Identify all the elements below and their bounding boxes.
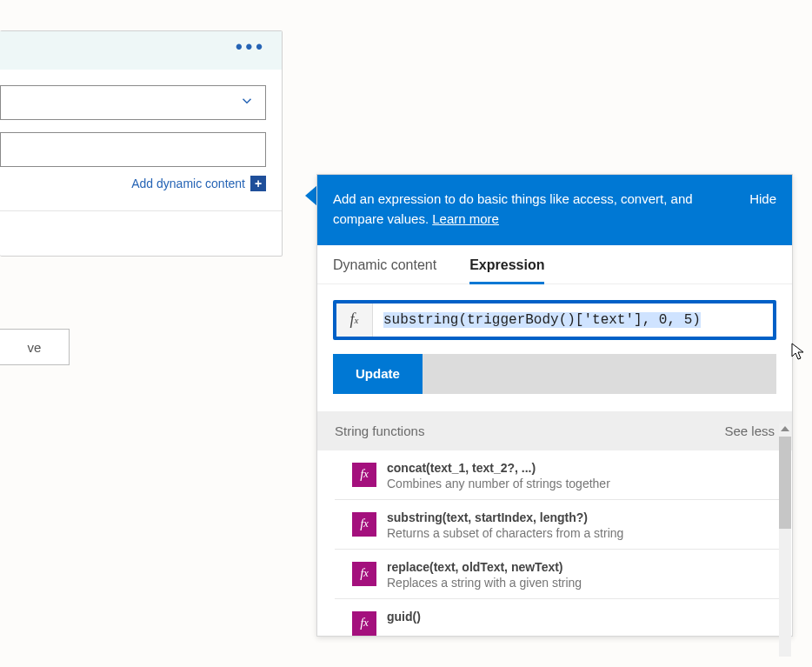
see-less-link[interactable]: See less xyxy=(724,424,775,438)
fx-badge-icon: fx xyxy=(352,463,376,487)
function-text: guid() xyxy=(387,610,766,624)
scrollbar-thumb[interactable] xyxy=(779,437,791,529)
function-text: replace(text, oldText, newText) Replaces… xyxy=(387,560,766,590)
function-description: Returns a subset of characters from a st… xyxy=(387,526,766,540)
mouse-cursor-icon xyxy=(791,343,807,362)
add-dynamic-content-link[interactable]: Add dynamic content + xyxy=(0,176,266,191)
update-button[interactable]: Update xyxy=(333,354,423,394)
function-item[interactable]: fx replace(text, oldText, newText) Repla… xyxy=(335,550,783,599)
popover-header-text: Add an expression to do basic things lik… xyxy=(333,189,734,230)
popover-header-text-label: Add an expression to do basic things lik… xyxy=(333,191,693,226)
update-bar: Update xyxy=(333,354,776,394)
fx-icon: fx xyxy=(336,303,373,337)
expression-area: fx substring(triggerBody()['text'], 0, 5… xyxy=(317,284,792,411)
function-item[interactable]: fx guid() xyxy=(335,599,783,636)
expression-input-wrap: fx substring(triggerBody()['text'], 0, 5… xyxy=(333,300,776,340)
card-body: Add dynamic content + xyxy=(0,70,282,210)
chevron-down-icon xyxy=(239,93,255,112)
tab-expression[interactable]: Expression xyxy=(469,257,544,283)
add-dynamic-content-label: Add dynamic content xyxy=(131,177,245,190)
popover-header: Add an expression to do basic things lik… xyxy=(317,175,792,245)
expression-input[interactable]: substring(triggerBody()['text'], 0, 5) xyxy=(373,303,773,337)
function-signature: substring(text, startIndex, length?) xyxy=(387,510,766,524)
expression-popover: Add an expression to do basic things lik… xyxy=(316,174,793,637)
card-header: ••• xyxy=(0,31,282,70)
text-input-field[interactable] xyxy=(0,132,266,167)
fx-badge-icon: fx xyxy=(352,512,376,537)
function-text: concat(text_1, text_2?, ...) Combines an… xyxy=(387,461,766,490)
hide-button[interactable]: Hide xyxy=(749,189,776,209)
functions-list: fx concat(text_1, text_2?, ...) Combines… xyxy=(317,450,792,636)
function-description: Combines any number of strings together xyxy=(387,477,766,490)
plus-icon: + xyxy=(250,176,266,191)
function-item[interactable]: fx concat(text_1, text_2?, ...) Combines… xyxy=(335,450,783,500)
save-button[interactable]: ve xyxy=(0,329,70,365)
popover-caret-icon xyxy=(305,185,317,206)
function-signature: guid() xyxy=(387,610,766,624)
function-text: substring(text, startIndex, length?) Ret… xyxy=(387,510,766,540)
fx-badge-icon: fx xyxy=(352,562,376,586)
function-item[interactable]: fx substring(text, startIndex, length?) … xyxy=(335,500,783,550)
function-description: Replaces a string with a given string xyxy=(387,576,766,590)
functions-section-header: String functions See less xyxy=(317,411,792,450)
card-footer xyxy=(0,210,282,256)
function-signature: concat(text_1, text_2?, ...) xyxy=(387,461,766,475)
dropdown-field[interactable] xyxy=(0,85,266,120)
function-signature: replace(text, oldText, newText) xyxy=(387,560,766,574)
action-card: ••• Add dynamic content + xyxy=(0,30,283,257)
learn-more-link[interactable]: Learn more xyxy=(432,211,499,226)
tabs: Dynamic content Expression xyxy=(317,245,792,284)
scroll-up-icon[interactable] xyxy=(781,426,789,431)
functions-section-title: String functions xyxy=(335,424,424,438)
fx-badge-icon: fx xyxy=(352,611,376,636)
save-button-label: ve xyxy=(28,340,42,355)
tab-dynamic-content[interactable]: Dynamic content xyxy=(333,257,436,283)
